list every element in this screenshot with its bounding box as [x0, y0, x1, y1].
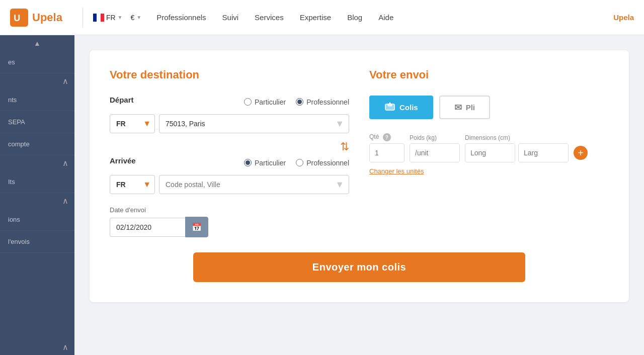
add-dimension-button[interactable]: +	[574, 146, 588, 160]
arrivee-city-wrap: ▼	[159, 175, 349, 194]
depart-label: Départ	[110, 96, 134, 104]
sidebar-item-es[interactable]: es	[0, 51, 74, 73]
nav-professionnels[interactable]: Professionnels	[156, 13, 206, 22]
depart-country-wrap: FR DE ES IT GB ▼	[110, 114, 155, 133]
svg-rect-4	[101, 14, 104, 22]
form-card: Votre destination Départ Particulier	[90, 50, 629, 302]
nav-expertise[interactable]: Expertise	[300, 13, 332, 22]
arrivee-country-select[interactable]: FR DE ES IT GB	[110, 175, 155, 194]
header: U Upela FR ▼ € ▼ Professionnels Suivi Se…	[0, 0, 644, 35]
swap-arrows-icon: ⇅	[340, 140, 349, 153]
user-label[interactable]: Upela	[613, 13, 634, 22]
sidebar-section-collapse-its[interactable]: ∧	[0, 155, 74, 171]
arrivee-professionnel-radio[interactable]	[296, 159, 303, 166]
tab-pli-label: Pli	[466, 103, 475, 112]
fr-flag-icon	[93, 14, 104, 22]
depart-radio-group: Particulier Professionnel	[244, 98, 349, 106]
logo-icon: U	[10, 9, 28, 27]
envoi-title: Votre envoi	[369, 68, 609, 81]
logo-text: Upela	[32, 11, 62, 24]
long-input[interactable]	[465, 143, 515, 162]
arrivee-city-input[interactable]	[159, 175, 349, 194]
logo[interactable]: U Upela	[10, 9, 62, 27]
sidebar-item-ions[interactable]: ions	[0, 209, 74, 231]
depart-particulier-radio[interactable]	[244, 98, 252, 106]
qty-input[interactable]	[369, 143, 405, 162]
page-layout: ▲ es ∧ nts SEPA compte ∧ Its ∧ ions l'en…	[0, 35, 644, 355]
sidebar-item-its[interactable]: Its	[0, 171, 74, 193]
poids-input[interactable]	[410, 143, 460, 162]
sidebar-bottom-collapse[interactable]: ∧	[0, 339, 74, 355]
poids-label: Poids (kg)	[410, 134, 460, 141]
main-content: Votre destination Départ Particulier	[74, 35, 644, 355]
chevron-up-icon-2: ∧	[62, 158, 68, 168]
depart-professionnel-radio[interactable]	[296, 98, 303, 106]
qty-label: Qté ?	[369, 133, 405, 141]
depart-professionnel-label[interactable]: Professionnel	[296, 98, 349, 106]
changer-unites-link[interactable]: Changer les unités	[369, 167, 424, 175]
lang-currency-group: FR ▼ € ▼	[93, 14, 141, 22]
nav-blog[interactable]: Blog	[347, 13, 362, 22]
plus-icon: +	[578, 147, 584, 159]
tab-colis[interactable]: Colis	[369, 96, 433, 119]
arrivee-radio-group: Particulier Professionnel	[244, 159, 349, 167]
date-input[interactable]	[110, 218, 185, 237]
arrivee-country-wrap: FR DE ES IT GB ▼	[110, 175, 155, 194]
swap-icon-row[interactable]: ⇅	[110, 140, 349, 153]
nav-suivi[interactable]: Suivi	[222, 13, 239, 22]
envoi-tabs: Colis ✉ Pli	[369, 96, 609, 119]
tab-pli[interactable]: ✉ Pli	[439, 96, 490, 119]
header-divider	[83, 8, 83, 28]
arrivee-particulier-radio[interactable]	[244, 159, 252, 166]
lang-chevron-icon: ▼	[118, 15, 123, 20]
arrivee-label: Arrivée	[110, 156, 136, 165]
submit-row: Envoyer mon colis	[110, 252, 609, 282]
main-nav: Professionnels Suivi Services Expertise …	[156, 13, 613, 22]
nav-services[interactable]: Services	[255, 13, 284, 22]
dimensions-label: Dimensions (cm)	[465, 134, 588, 141]
tab-colis-label: Colis	[399, 103, 418, 112]
calendar-icon: 📅	[192, 222, 202, 232]
larg-input[interactable]	[518, 143, 569, 162]
sidebar-item-envois[interactable]: l'envois	[0, 231, 74, 253]
sidebar-scroll-up[interactable]: ▲	[0, 35, 74, 51]
depart-city-wrap: ▼	[159, 114, 349, 133]
form-grid: Votre destination Départ Particulier	[110, 68, 609, 237]
qty-help-icon[interactable]: ?	[383, 133, 391, 141]
sidebar-section-collapse-nts[interactable]: ∧	[0, 73, 74, 89]
poids-field: Poids (kg)	[410, 134, 460, 162]
destination-title: Votre destination	[110, 68, 349, 81]
pli-icon: ✉	[454, 102, 462, 113]
depart-country-select[interactable]: FR DE ES IT GB	[110, 114, 155, 133]
arrivee-professionnel-label[interactable]: Professionnel	[296, 159, 349, 167]
sidebar-section-collapse-ions[interactable]: ∧	[0, 193, 74, 209]
submit-button[interactable]: Envoyer mon colis	[193, 252, 525, 282]
sidebar-item-nts[interactable]: nts	[0, 89, 74, 111]
language-selector[interactable]: FR ▼	[93, 14, 123, 22]
envoi-section: Votre envoi Colis	[369, 68, 609, 237]
nav-aide[interactable]: Aide	[378, 13, 393, 22]
date-input-wrap: 📅	[110, 217, 210, 237]
chevron-up-icon-4: ∧	[62, 342, 68, 352]
sidebar-item-compte[interactable]: compte	[0, 133, 74, 155]
sidebar: ▲ es ∧ nts SEPA compte ∧ Its ∧ ions l'en…	[0, 35, 74, 355]
depart-city-input[interactable]	[159, 114, 349, 133]
destination-section: Votre destination Départ Particulier	[110, 68, 349, 237]
arrivee-particulier-label[interactable]: Particulier	[244, 159, 286, 167]
svg-text:U: U	[14, 13, 20, 23]
depart-particulier-label[interactable]: Particulier	[244, 98, 286, 106]
svg-rect-3	[97, 14, 101, 22]
svg-rect-6	[388, 104, 392, 106]
currency-chevron-icon: ▼	[136, 15, 141, 20]
currency-selector[interactable]: € ▼	[131, 14, 142, 22]
chevron-up-icon-3: ∧	[62, 196, 68, 206]
calendar-button[interactable]: 📅	[185, 217, 208, 237]
arrivee-header: Arrivée Particulier Professionnel	[110, 156, 349, 170]
date-label: Date d'envoi	[110, 206, 349, 214]
dimensions-field: Dimensions (cm) +	[465, 134, 588, 162]
depart-header: Départ Particulier Professionnel	[110, 96, 349, 109]
sidebar-item-sepa[interactable]: SEPA	[0, 111, 74, 133]
chevron-up-icon: ∧	[62, 76, 68, 86]
arrivee-input-row: FR DE ES IT GB ▼ ▼	[110, 175, 349, 194]
svg-rect-2	[93, 14, 97, 22]
